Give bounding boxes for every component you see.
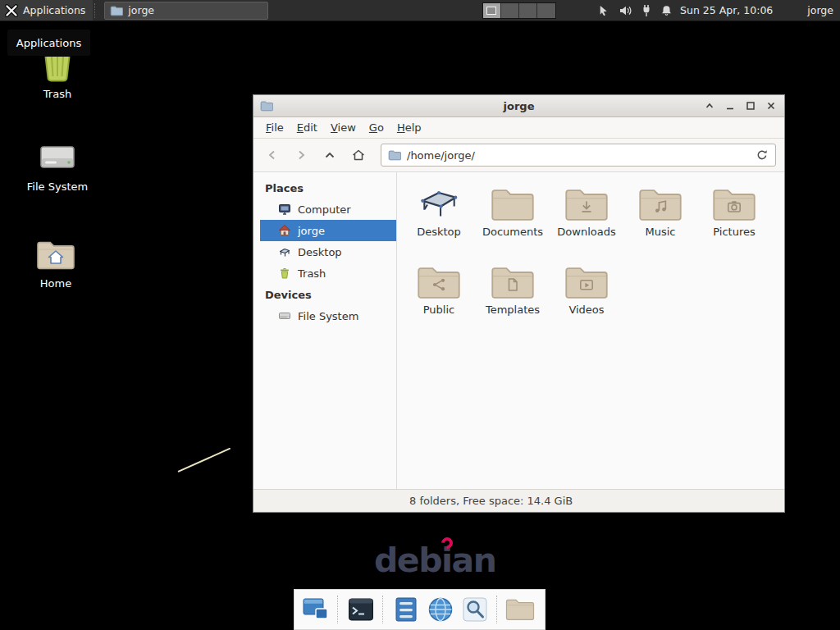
folder-icon <box>491 186 535 223</box>
sidebar-item-label: jorge <box>298 225 325 237</box>
file-item-public[interactable]: Public <box>402 264 476 342</box>
desktop-icon-file-system[interactable]: File System <box>15 140 100 193</box>
terminal-icon <box>347 596 375 623</box>
home-button[interactable] <box>348 144 369 166</box>
workspace-switcher[interactable] <box>482 2 556 19</box>
dock-show-desktop-button[interactable] <box>301 595 331 624</box>
share-icon <box>431 276 447 293</box>
sidebar-item-file-system[interactable]: File System <box>260 305 396 326</box>
sidebar-item-label: Computer <box>298 203 351 216</box>
notification-bell-icon[interactable] <box>660 4 673 17</box>
dock-separator <box>337 596 340 623</box>
file-item-pictures[interactable]: Pictures <box>697 186 771 264</box>
sidebar-devices-header: Devices <box>260 284 396 305</box>
forward-button[interactable] <box>290 144 312 166</box>
sidebar-item-label: Trash <box>298 267 326 280</box>
drive-icon <box>39 140 76 175</box>
menu-edit[interactable]: Edit <box>290 118 324 137</box>
file-item-videos[interactable]: Videos <box>550 264 623 342</box>
back-button[interactable] <box>262 144 283 166</box>
trash-icon <box>278 267 291 280</box>
maximize-button[interactable] <box>744 99 757 112</box>
shade-button[interactable] <box>703 99 716 112</box>
menu-go[interactable]: Go <box>363 118 390 137</box>
dock-file-manager-button[interactable] <box>391 595 421 624</box>
desk-icon <box>417 186 461 222</box>
menu-help[interactable]: Help <box>390 118 428 137</box>
sidebar-item-trash[interactable]: Trash <box>260 262 396 284</box>
file-item-label: Pictures <box>713 226 755 238</box>
desktop-icon-label: Trash <box>43 88 71 100</box>
magnifier-icon <box>461 596 489 623</box>
pointer-device-icon[interactable] <box>597 4 609 17</box>
menu-view[interactable]: View <box>324 118 363 137</box>
file-item-music[interactable]: Music <box>623 186 697 264</box>
location-path[interactable]: /home/jorge/ <box>407 149 475 162</box>
panel-grip[interactable] <box>94 3 100 18</box>
up-button[interactable] <box>319 144 340 166</box>
desktop-icon-label: File System <box>27 180 88 193</box>
file-item-label: Public <box>423 304 454 316</box>
sidebar-item-desktop[interactable]: Desktop <box>260 241 396 262</box>
top-panel: Applications jorge <box>0 0 840 21</box>
applications-tooltip-text: Applications <box>16 37 81 49</box>
minimize-button[interactable] <box>724 99 737 112</box>
location-bar[interactable]: /home/jorge/ <box>381 144 776 167</box>
menubar: File Edit View Go Help <box>253 117 784 139</box>
volume-icon[interactable] <box>619 4 632 17</box>
reload-button[interactable] <box>756 148 769 162</box>
file-item-templates[interactable]: Templates <box>476 264 550 342</box>
debian-logo: debian <box>374 541 495 580</box>
camera-icon <box>726 199 742 215</box>
folder-icon <box>110 4 123 17</box>
applications-menu-button[interactable]: Applications <box>0 0 93 21</box>
workspace-4[interactable] <box>537 3 555 18</box>
panel-username[interactable]: jorge <box>807 4 833 16</box>
file-item-documents[interactable]: Documents <box>476 186 550 264</box>
statusbar: 8 folders, Free space: 14.4 GiB <box>253 489 784 512</box>
statusbar-text: 8 folders, Free space: 14.4 GiB <box>409 495 573 507</box>
file-item-downloads[interactable]: Downloads <box>550 186 623 264</box>
download-arrow-icon <box>578 199 595 215</box>
workspace-1[interactable] <box>483 3 501 18</box>
file-item-label: Music <box>646 226 676 238</box>
sidebar-item-jorge[interactable]: jorge <box>260 220 396 241</box>
applications-tooltip: Applications <box>7 29 91 57</box>
debian-logo-text: debian <box>374 541 495 580</box>
dock-folder-button[interactable] <box>505 595 535 624</box>
workspace-3[interactable] <box>519 3 537 18</box>
home-folder-icon <box>36 239 75 272</box>
power-plug-icon[interactable] <box>641 4 651 17</box>
file-item-label: Desktop <box>417 226 461 238</box>
computer-icon <box>278 203 291 216</box>
applications-menu-label: Applications <box>23 4 85 16</box>
home-icon <box>278 224 291 237</box>
system-tray <box>597 4 673 17</box>
desktop-icon-home[interactable]: Home <box>13 239 98 290</box>
video-icon <box>578 276 595 293</box>
drive-icon <box>278 309 291 322</box>
sidebar-item-computer[interactable]: Computer <box>260 199 396 220</box>
desktop-windows-icon <box>302 596 330 623</box>
window-titlebar[interactable]: jorge <box>253 95 784 117</box>
close-button[interactable] <box>765 99 778 112</box>
menu-file[interactable]: File <box>259 118 290 137</box>
dock-separator <box>496 596 499 623</box>
file-item-label: Downloads <box>557 226 615 238</box>
workspace-2[interactable] <box>501 3 519 18</box>
window-controls <box>703 99 778 112</box>
dock-terminal-button[interactable] <box>346 595 376 624</box>
workspace-window-miniature <box>486 7 496 15</box>
sidebar-item-label: File System <box>298 310 358 322</box>
desktop-icon-label: Home <box>40 277 71 290</box>
file-grid: Desktop Documents Downloads <box>397 172 784 489</box>
desktop: Applications jorge <box>0 0 840 630</box>
dock-app-finder-button[interactable] <box>460 595 490 624</box>
file-item-desktop[interactable]: Desktop <box>402 186 476 264</box>
applications-x-icon <box>5 4 18 17</box>
taskbar-window-button[interactable]: jorge <box>104 2 268 20</box>
location-folder-icon <box>388 148 401 162</box>
panel-clock[interactable]: Sun 25 Apr, 10:06 <box>680 4 773 16</box>
dock-web-browser-button[interactable] <box>426 595 455 624</box>
folder-icon <box>505 597 535 622</box>
